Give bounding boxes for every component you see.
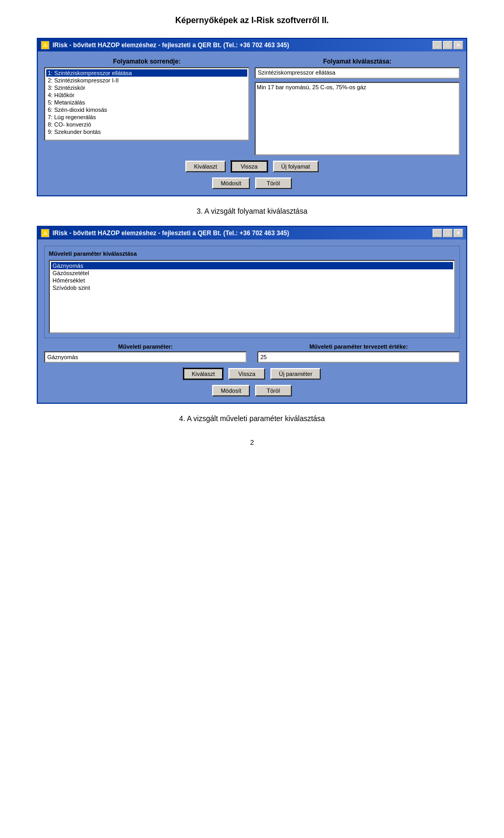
window-2-controls[interactable]: _ □ ✕ [433, 229, 463, 237]
maximize-button-2[interactable]: □ [443, 229, 453, 237]
process-detail-column: Folyamat kiválasztása: Szintéziskompress… [255, 58, 460, 155]
btn-kivalaszt-2[interactable]: Kiválaszt [183, 368, 223, 380]
window-2-icon: ⚠ [41, 229, 49, 237]
caption-1: 3. A vizsgált folyamat kiválasztása [21, 207, 483, 215]
window-1-content: Folyamatok sorrendje: 1: Szintéziskompre… [44, 58, 460, 155]
list-item[interactable]: 8: CO- konverzió [46, 121, 247, 128]
window-1-controls[interactable]: _ □ ✕ [433, 41, 463, 49]
list-item[interactable]: 7: Lúg regenerálás [46, 113, 247, 121]
maximize-button-1[interactable]: □ [443, 41, 453, 49]
selection-desc-box: Min 17 bar nyomású, 25 C-os, 75%-os gáz [255, 82, 460, 155]
window-2-body: Műveleti paraméter kiválasztása Gáznyomá… [38, 239, 466, 403]
list-item[interactable]: Gáznyomás [51, 262, 453, 269]
minimize-button-1[interactable]: _ [433, 41, 442, 49]
process-listbox[interactable]: 1: Szintéziskompresszor ellátása 2: Szin… [44, 67, 249, 141]
param-value-field-group: Műveleti paraméter tervezett értéke: [257, 343, 460, 363]
caption-2: 4. A vizsgált műveleti paraméter kiválas… [21, 414, 483, 423]
list-item[interactable]: Gázösszetétel [51, 269, 453, 277]
param-value-label: Műveleti paraméter tervezett értéke: [257, 343, 460, 350]
param-label: Műveleti paraméter: [44, 343, 247, 350]
window-2-title-text: IRisk - bővített HAZOP elemzéshez - fejl… [52, 229, 289, 237]
btn-uj-parameter[interactable]: Új paraméter [270, 368, 321, 380]
page-title: Képernyőképek az I-Risk szoftverről II. [21, 16, 483, 25]
left-col-header: Folyamatok sorrendje: [44, 58, 249, 65]
window-2: ⚠ IRisk - bővített HAZOP elemzéshez - fe… [37, 226, 467, 404]
param-name-field-group: Műveleti paraméter: [44, 343, 247, 363]
window-1-title-text: IRisk - bővített HAZOP elemzéshez - fejl… [52, 41, 289, 49]
window-2-buttons-row1: Kiválaszt Vissza Új paraméter [44, 368, 460, 380]
list-item[interactable]: Szívódob szint [51, 284, 453, 291]
btn-vissza-2[interactable]: Vissza [228, 368, 265, 380]
process-list-column: Folyamatok sorrendje: 1: Szintéziskompre… [44, 58, 249, 155]
btn-vissza-1[interactable]: Vissza [231, 161, 268, 172]
btn-torol-1[interactable]: Töröl [255, 177, 292, 189]
window-1-icon: ⚠ [41, 41, 49, 49]
window-2-titlebar: ⚠ IRisk - bővített HAZOP elemzéshez - fe… [38, 227, 466, 239]
btn-uj-folyamat[interactable]: Új folyamat [273, 161, 319, 172]
minimize-button-2[interactable]: _ [433, 229, 442, 237]
param-name-input[interactable] [44, 351, 247, 363]
list-item[interactable]: Hőmérséklet [51, 277, 453, 284]
window-1-body: Folyamatok sorrendje: 1: Szintéziskompre… [38, 51, 466, 195]
list-item[interactable]: 1: Szintéziskompresszor ellátása [46, 69, 247, 77]
list-item[interactable]: 2: Szintéziskompresszor I-II [46, 77, 247, 84]
list-item[interactable]: 4: Hűtőkör [46, 91, 247, 99]
window-2-buttons-row2: Módosít Töröl [44, 385, 460, 396]
close-button-1[interactable]: ✕ [454, 41, 463, 49]
param-group-panel: Műveleti paraméter kiválasztása Gáznyomá… [44, 246, 460, 338]
close-button-2[interactable]: ✕ [454, 229, 463, 237]
selection-desc-text: Min 17 bar nyomású, 25 C-os, 75%-os gáz [257, 84, 458, 90]
window-1: ⚠ IRisk - bővített HAZOP elemzéshez - fe… [37, 38, 467, 196]
window-1-buttons-row1: Kiválaszt Vissza Új folyamat [44, 161, 460, 172]
window-2-title-left: ⚠ IRisk - bővített HAZOP elemzéshez - fe… [41, 229, 289, 237]
right-col-header: Folyamat kiválasztása: [255, 58, 460, 65]
window-1-buttons-row2: Módosít Töröl [44, 177, 460, 189]
btn-modosit-1[interactable]: Módosít [212, 177, 249, 189]
list-item[interactable]: 6: Szén-dioxid kimosás [46, 106, 247, 113]
param-value-input[interactable] [257, 351, 460, 363]
bottom-fields: Műveleti paraméter: Műveleti paraméter t… [44, 343, 460, 363]
param-listbox[interactable]: Gáznyomás Gázösszetétel Hőmérséklet Szív… [49, 260, 455, 333]
window-1-titlebar: ⚠ IRisk - bővített HAZOP elemzéshez - fe… [38, 39, 466, 51]
list-item[interactable]: 3: Szintéziskör [46, 84, 247, 91]
selection-title-field: Szintéziskompresszor ellátása [255, 67, 460, 79]
btn-kivalaszt-1[interactable]: Kiválaszt [185, 161, 225, 172]
btn-modosit-2[interactable]: Módosít [212, 385, 249, 396]
list-item[interactable]: 9: Szekunder bontás [46, 128, 247, 135]
list-item[interactable]: 5: Metanizálás [46, 99, 247, 106]
window-1-title-left: ⚠ IRisk - bővített HAZOP elemzéshez - fe… [41, 41, 289, 49]
page-number: 2 [21, 438, 483, 446]
param-group-title: Műveleti paraméter kiválasztása [49, 250, 455, 257]
btn-torol-2[interactable]: Töröl [255, 385, 292, 396]
